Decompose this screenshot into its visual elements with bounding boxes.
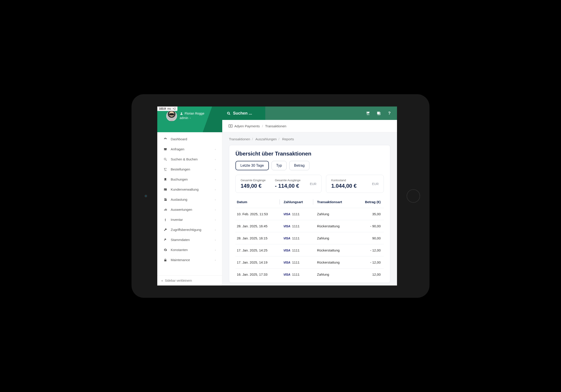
chevron-left-icon: ‹ (215, 198, 216, 201)
help-icon[interactable]: ? (387, 111, 392, 115)
search-input[interactable] (233, 111, 282, 116)
visa-icon: VISA (283, 212, 290, 216)
filter-type[interactable]: Typ (271, 161, 287, 170)
sidebar-item-anfragen[interactable]: Anfragen‹ (157, 144, 222, 154)
table-row[interactable]: 17. Jan. 2025, 14:19VISA1111Rückerstattu… (236, 256, 384, 268)
bookmark-icon (163, 178, 167, 181)
chevron-left-icon: ‹ (215, 188, 216, 191)
summary-flows: Gesamte Eingänge 149,00 € Gesamte Ausgän… (236, 175, 322, 193)
sidebar-item-dashboard[interactable]: Dashboard (157, 134, 222, 144)
sidebar-collapse[interactable]: « Sidebar verkleinern (157, 275, 222, 286)
filter-amount[interactable]: Betrag (289, 161, 309, 170)
sidebar-item-bestellungen[interactable]: Bestellungen‹ (157, 164, 222, 174)
sidebar-item-label: Buchungen (171, 177, 188, 181)
chevron-left-icon: ‹ (215, 208, 216, 211)
sidebar-item-label: Maintenance (171, 258, 190, 262)
wrench-icon (163, 228, 167, 232)
cell-date: 10. Feb. 2025, 11:53 (237, 212, 279, 216)
tab-transaktionen[interactable]: Transaktionen (229, 137, 250, 141)
sidebar-item-auswertungen[interactable]: Auswertungen‹ (157, 205, 222, 215)
idcard-icon (163, 188, 167, 191)
sidebar: DashboardAnfragen‹Suchen & Buchen‹Bestel… (157, 132, 222, 286)
svg-point-4 (164, 158, 166, 160)
chevron-left-icon: ‹ (215, 178, 216, 181)
card-title: Übersicht über Transaktionen (236, 151, 384, 157)
cell-amount: - 12,00 (349, 260, 382, 264)
tab-auszahlungen[interactable]: Auszahlungen (255, 137, 277, 141)
cell-date: 28. Jan. 2025, 16:45 (237, 224, 279, 228)
cell-amount: - 90,00 (349, 224, 382, 228)
chevron-left-icon: ‹ (215, 259, 216, 261)
in-value: 149,00 € (241, 183, 266, 189)
col-date[interactable]: Datum (237, 200, 279, 204)
cell-method: VISA1111 (279, 236, 313, 240)
visa-icon: VISA (283, 261, 290, 264)
sidebar-item-label: Inventar (171, 218, 183, 222)
sidebar-item-konstanten[interactable]: Konstanten‹ (157, 245, 222, 255)
cell-amount: 35,00 (349, 212, 382, 216)
cell-type: Zahlung (313, 212, 349, 216)
sidebar-item-label: Konstanten (171, 248, 188, 252)
cell-type: Zahlung (313, 236, 349, 240)
cell-date: 17. Jan. 2025, 14:25 (237, 248, 279, 252)
inbox-icon (163, 147, 167, 151)
col-type[interactable]: Transaktionsart (313, 200, 349, 204)
svg-point-3 (230, 125, 231, 127)
bars-icon (163, 208, 167, 211)
chevron-left-double-icon: « (161, 279, 163, 282)
tool-icon (163, 238, 167, 242)
performance-badge: 103.9 ms ×2 (157, 106, 177, 111)
table-row[interactable]: 17. Jan. 2025, 14:25VISA1111Rückerstattu… (236, 244, 384, 256)
sidebar-item-buchungen[interactable]: Buchungen‹ (157, 174, 222, 184)
cell-type: Zahlung (313, 272, 349, 276)
col-amount[interactable]: Betrag (€) (349, 200, 382, 204)
sub-breadcrumb: Transaktionen/ Auszahlungen/ Reports (229, 137, 390, 141)
sidebar-item-label: Anfragen (171, 147, 184, 151)
table-row[interactable]: 16. Jan. 2025, 17:33VISA1111Zahlung12,00 (236, 268, 384, 280)
chevron-left-icon: ‹ (215, 168, 216, 171)
chevron-left-icon: ‹ (215, 248, 216, 251)
cell-amount: 90,00 (349, 236, 382, 240)
sidebar-item-kundenverwaltung[interactable]: Kundenverwaltung‹ (157, 184, 222, 195)
sidebar-item-zugriffsberechtigung[interactable]: Zugriffsberechtigung‹ (157, 225, 222, 235)
table-row[interactable]: 28. Jan. 2025, 16:15VISA1111Zahlung90,00 (236, 232, 384, 244)
cell-method: VISA1111 (279, 260, 313, 264)
sidebar-item-auslastung[interactable]: Auslastung‹ (157, 195, 222, 205)
chevron-left-icon: ‹ (215, 218, 216, 221)
sidebar-item-label: Dashboard (171, 137, 187, 141)
cell-amount: - 12,00 (349, 248, 382, 252)
sidebar-item-maintenance[interactable]: Maintenance‹ (157, 255, 222, 265)
search-icon (163, 157, 167, 161)
breadcrumb-section[interactable]: Adyen Payments (234, 124, 260, 128)
avatar (166, 111, 177, 121)
table-row[interactable]: 10. Feb. 2025, 11:53VISA1111Zahlung35,00 (236, 208, 384, 220)
cell-type: Rückerstattung (313, 248, 349, 252)
cell-type: Rückerstattung (313, 260, 349, 264)
news-icon[interactable] (376, 111, 381, 115)
sidebar-item-label: Zugriffsberechtigung (171, 228, 201, 232)
chevron-left-icon: ‹ (215, 238, 216, 241)
transactions-card: Übersicht über Transaktionen Letzte 30 T… (229, 145, 390, 283)
balance-value: 1.044,00 € (331, 183, 356, 189)
sidebar-item-suchen-buchen[interactable]: Suchen & Buchen‹ (157, 154, 222, 164)
gear-icon (163, 248, 167, 252)
cart-icon[interactable] (366, 111, 370, 115)
svg-line-5 (166, 160, 167, 161)
col-method[interactable]: Zahlungsart (279, 200, 313, 204)
svg-point-0 (227, 112, 229, 114)
chevron-left-icon: ‹ (215, 228, 216, 231)
sidebar-item-stammdaten[interactable]: Stammdaten‹ (157, 235, 222, 245)
cell-method: VISA1111 (279, 248, 313, 252)
in-label: Gesamte Eingänge (241, 179, 266, 182)
tab-reports[interactable]: Reports (282, 137, 294, 141)
sidebar-item-label: Auswertungen (171, 208, 192, 211)
chevron-left-icon: ‹ (215, 148, 216, 151)
sidebar-item-inventar[interactable]: Inventar‹ (157, 215, 222, 225)
sidebar-item-label: Bestellungen (171, 167, 190, 171)
balance-currency: EUR (372, 182, 379, 186)
filter-range[interactable]: Letzte 30 Tage (236, 161, 269, 170)
table-row[interactable]: 28. Jan. 2025, 16:45VISA1111Rückerstattu… (236, 220, 384, 232)
cell-type: Rückerstattung (313, 224, 349, 228)
global-search[interactable] (227, 111, 282, 116)
sidebar-item-label: Stammdaten (171, 238, 190, 242)
